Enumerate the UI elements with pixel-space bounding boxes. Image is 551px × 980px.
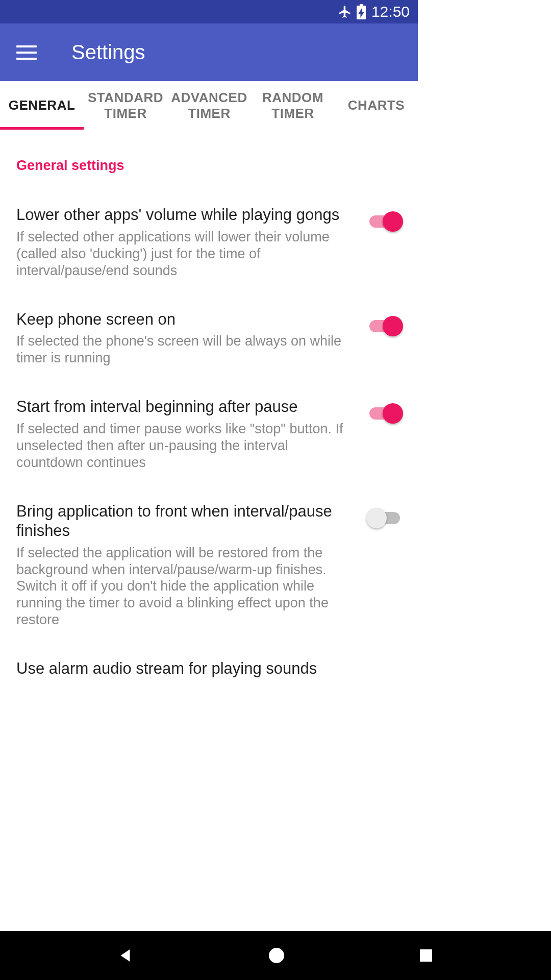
toggle-wrap: [364, 310, 406, 332]
toggle-keep-screen-on[interactable]: [369, 320, 400, 332]
section-header: General settings: [0, 130, 418, 190]
tab-random-timer[interactable]: RANDOM TIMER: [251, 81, 335, 130]
setting-text: Lower other apps' volume while playing g…: [16, 205, 352, 279]
setting-text: Use alarm audio stream for playing sound…: [16, 659, 406, 682]
menu-icon[interactable]: [16, 45, 37, 60]
setting-title: Lower other apps' volume while playing g…: [16, 205, 352, 225]
setting-row-alarm-stream[interactable]: Use alarm audio stream for playing sound…: [0, 644, 418, 698]
settings-content: General settings Lower other apps' volum…: [0, 130, 418, 698]
toggle-wrap: [364, 502, 406, 524]
toggle-start-from-beginning[interactable]: [369, 407, 400, 420]
setting-row-bring-to-front[interactable]: Bring application to front when interval…: [0, 486, 418, 644]
setting-text: Keep phone screen on If selected the pho…: [16, 310, 352, 367]
setting-desc: If selected and timer pause works like "…: [16, 421, 352, 471]
battery-charging-icon: [356, 4, 366, 19]
setting-text: Bring application to front when interval…: [16, 502, 352, 628]
page-title: Settings: [71, 41, 145, 64]
setting-title: Keep phone screen on: [16, 310, 352, 329]
tabs: GENERAL STANDARD TIMER ADVANCED TIMER RA…: [0, 81, 418, 130]
tab-advanced-timer[interactable]: ADVANCED TIMER: [167, 81, 251, 130]
setting-title: Use alarm audio stream for playing sound…: [16, 659, 406, 678]
status-bar: 12:50: [0, 0, 418, 23]
setting-text: Start from interval beginning after paus…: [16, 397, 352, 471]
toggle-bring-to-front[interactable]: [369, 512, 400, 524]
tab-general[interactable]: GENERAL: [0, 81, 84, 130]
airplane-mode-icon: [338, 5, 352, 19]
tab-charts[interactable]: CHARTS: [335, 81, 418, 130]
setting-row-lower-volume[interactable]: Lower other apps' volume while playing g…: [0, 190, 418, 295]
toggle-wrap: [364, 397, 406, 420]
setting-row-start-from-beginning[interactable]: Start from interval beginning after paus…: [0, 382, 418, 486]
setting-title: Bring application to front when interval…: [16, 502, 352, 541]
setting-title: Start from interval beginning after paus…: [16, 397, 352, 416]
setting-desc: If selected other applications will lowe…: [16, 229, 352, 279]
app-bar: Settings: [0, 23, 418, 81]
toggle-lower-volume[interactable]: [369, 215, 400, 228]
setting-row-keep-screen-on[interactable]: Keep phone screen on If selected the pho…: [0, 295, 418, 382]
status-time: 12:50: [371, 3, 410, 20]
tab-standard-timer[interactable]: STANDARD TIMER: [84, 81, 167, 130]
setting-desc: If selected the application will be rest…: [16, 545, 352, 629]
toggle-wrap: [364, 205, 406, 228]
setting-desc: If selected the phone's screen will be a…: [16, 333, 352, 366]
